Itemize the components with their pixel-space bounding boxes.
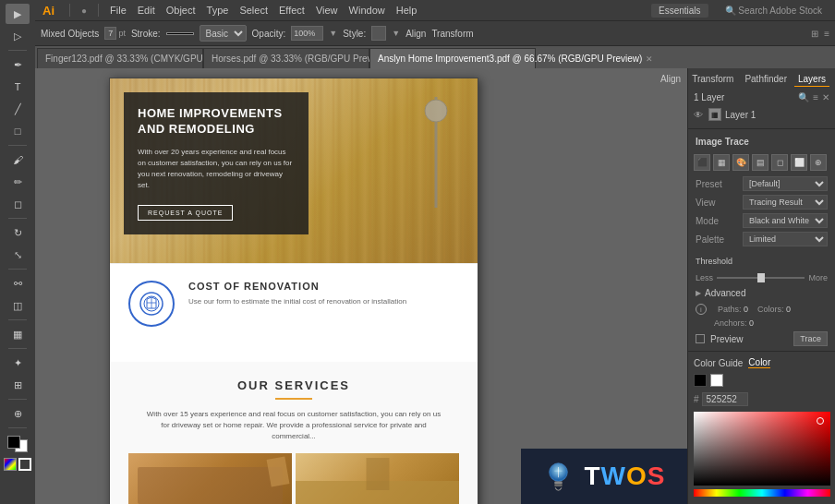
- style-arrow[interactable]: ▼: [392, 29, 400, 38]
- anchors-stat-row: Anchors: 0: [688, 318, 835, 329]
- hex-value[interactable]: 525252: [702, 392, 748, 406]
- stroke-style-dropdown[interactable]: Basic: [200, 25, 247, 42]
- trace-btn-6[interactable]: ⬜: [791, 154, 807, 171]
- scale-tool[interactable]: ⤡: [6, 245, 30, 265]
- style-label: Style:: [343, 29, 366, 39]
- select-menu[interactable]: Select: [239, 5, 268, 16]
- view-select[interactable]: Tracing Result: [743, 195, 828, 210]
- help-menu[interactable]: Help: [396, 5, 418, 16]
- tab-finger123[interactable]: Finger123.pdf @ 33.33% (CMYK/GPU Preview…: [37, 48, 203, 68]
- advanced-expand-icon[interactable]: ▶: [696, 289, 701, 297]
- preview-checkbox[interactable]: [696, 334, 705, 343]
- document-canvas[interactable]: HOME IMPROVEMENTS AND REMODELING With ov…: [35, 68, 687, 504]
- pathfinder-panel-tab[interactable]: Pathfinder: [741, 72, 791, 87]
- color-tab[interactable]: Color: [748, 357, 770, 368]
- colors-value: 0: [786, 305, 791, 314]
- threshold-label-main: Threshold: [696, 257, 732, 266]
- threshold-slider[interactable]: [717, 277, 805, 279]
- layer-visibility-icon[interactable]: 👁: [694, 110, 705, 120]
- paintbrush-tool[interactable]: 🖌: [6, 150, 30, 170]
- hex-input-row: # 525252: [688, 390, 835, 408]
- trace-btn-1[interactable]: ⬛: [694, 154, 710, 171]
- mode-select[interactable]: Black and White: [743, 213, 828, 228]
- transform-panel-tab[interactable]: Transform: [688, 72, 737, 87]
- paths-value: 0: [744, 305, 748, 314]
- trace-btn-5[interactable]: ◻: [771, 154, 788, 171]
- panel-header-tabs: Align Transform Pathfinder Layers: [688, 68, 835, 87]
- gradient-fill[interactable]: [4, 458, 17, 471]
- layers-count-label: 1 Layer: [694, 92, 794, 102]
- illustrator-icon: ●: [81, 6, 87, 16]
- type-menu[interactable]: Type: [207, 5, 229, 16]
- trace-action-button[interactable]: Trace: [793, 331, 828, 346]
- direct-selection-tool[interactable]: ▷: [6, 26, 30, 46]
- preview-label: Preview: [710, 334, 788, 344]
- svg-point-1: [425, 100, 447, 122]
- tabs-bar: Finger123.pdf @ 33.33% (CMYK/GPU Preview…: [35, 46, 835, 68]
- tab-anslyn-close[interactable]: ✕: [646, 54, 653, 64]
- renovation-description: Use our form to estimate the initial cos…: [188, 296, 459, 307]
- tab-anslyn[interactable]: Anslyn Home Improvement3.pdf @ 66.67% (R…: [369, 48, 536, 68]
- opacity-arrow[interactable]: ▼: [329, 29, 337, 38]
- line-tool[interactable]: ╱: [6, 99, 30, 119]
- info-icon: i: [696, 304, 707, 315]
- view-menu[interactable]: View: [316, 5, 338, 16]
- transform-btn[interactable]: Transform: [431, 29, 473, 39]
- arrange-btn[interactable]: ⊞: [811, 29, 818, 39]
- services-images: [128, 453, 459, 504]
- colors-stat: Colors: 0: [757, 305, 791, 314]
- palette-select[interactable]: Limited: [743, 232, 828, 246]
- layers-close-btn[interactable]: ✕: [822, 92, 829, 102]
- color-guide-tab[interactable]: Color Guide: [694, 358, 743, 368]
- opacity-input[interactable]: [291, 26, 323, 41]
- preset-select[interactable]: [Default]: [743, 176, 828, 191]
- no-fill[interactable]: [18, 458, 31, 471]
- pen-tool[interactable]: ✒: [6, 54, 30, 75]
- effect-menu[interactable]: Effect: [279, 5, 305, 16]
- type-tool[interactable]: T: [6, 77, 30, 97]
- pencil-tool[interactable]: ✏: [6, 172, 30, 192]
- layers-panel-tab[interactable]: Layers: [794, 72, 829, 87]
- w-field[interactable]: 7: [104, 27, 116, 40]
- file-menu[interactable]: File: [110, 5, 127, 16]
- gradient-tool[interactable]: ◫: [6, 295, 30, 316]
- window-menu[interactable]: Window: [349, 5, 385, 16]
- color-gradient-picker[interactable]: [694, 412, 830, 486]
- twos-s: S: [647, 462, 666, 490]
- trace-btn-2[interactable]: ▦: [713, 154, 730, 171]
- rotate-tool[interactable]: ↻: [6, 222, 30, 243]
- color-swatches: [7, 436, 28, 452]
- more-btn[interactable]: ≡: [824, 29, 829, 39]
- eyedropper-tool[interactable]: ✦: [6, 353, 30, 373]
- request-quote-button[interactable]: REQUEST A QUOTE: [138, 205, 233, 221]
- advanced-row[interactable]: ▶ Advanced: [688, 285, 835, 301]
- zoom-tool[interactable]: ⊕: [6, 403, 30, 424]
- trace-btn-7[interactable]: ⊕: [810, 154, 827, 171]
- workspace-switcher[interactable]: Essentials: [651, 4, 708, 18]
- align-btn[interactable]: Align: [405, 29, 426, 39]
- object-menu[interactable]: Object: [166, 5, 196, 16]
- trace-btn-3[interactable]: 🎨: [732, 154, 749, 171]
- white-swatch[interactable]: [710, 374, 723, 387]
- eraser-tool[interactable]: ◻: [6, 194, 30, 214]
- blend-tool[interactable]: ⚯: [6, 273, 30, 294]
- opacity-label: Opacity:: [252, 29, 286, 39]
- edit-menu[interactable]: Edit: [138, 5, 155, 16]
- graph-tool[interactable]: ▦: [6, 324, 30, 344]
- layers-search-btn[interactable]: 🔍: [798, 92, 809, 102]
- tab-horses[interactable]: Horses.pdf @ 33.33% (RGB/GPU Preview) ✕: [203, 48, 369, 68]
- search-bar[interactable]: 🔍 Search Adobe Stock: [720, 6, 828, 16]
- foreground-color-swatch[interactable]: [7, 436, 20, 449]
- layers-menu-btn[interactable]: ≡: [813, 92, 818, 102]
- selection-tool[interactable]: ▶: [6, 4, 30, 24]
- color-swatches-row: [688, 370, 835, 390]
- renovation-content: COST OF RENOVATION Use our form to estim…: [188, 281, 459, 307]
- main-content: Ai ● File Edit Object Type Select Effect…: [35, 0, 835, 504]
- shape-tool[interactable]: □: [6, 121, 30, 141]
- twos-w: W: [601, 462, 626, 490]
- threshold-thumb[interactable]: [757, 273, 765, 282]
- measure-tool[interactable]: ⊞: [6, 375, 30, 395]
- black-swatch[interactable]: [694, 374, 707, 387]
- color-hue-bar[interactable]: [694, 489, 830, 497]
- trace-btn-4[interactable]: ▤: [752, 154, 768, 171]
